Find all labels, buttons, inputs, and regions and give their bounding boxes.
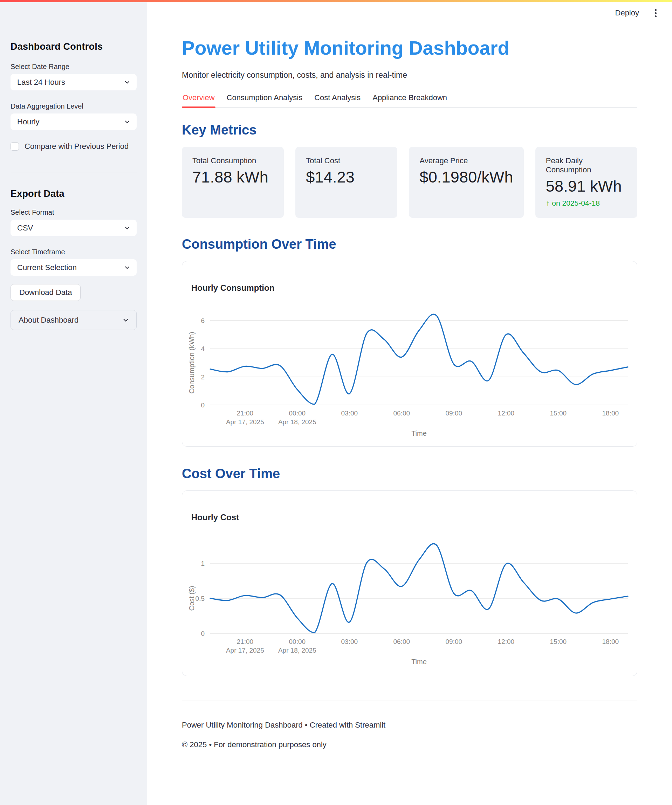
sidebar-title: Dashboard Controls: [10, 41, 136, 52]
tab-consumption-analysis[interactable]: Consumption Analysis: [226, 91, 303, 107]
cost-section-heading: Cost Over Time: [182, 466, 637, 481]
y-tick-label: 1: [201, 560, 205, 567]
metric-total-consumption: Total Consumption 71.88 kWh: [182, 147, 284, 218]
metric-label: Total Consumption: [192, 156, 273, 165]
consumption-chart-card[interactable]: Hourly Consumption024621:00Apr 17, 20250…: [182, 261, 637, 447]
metric-value: 71.88 kWh: [192, 168, 273, 186]
chevron-down-icon: [123, 79, 131, 86]
download-data-button[interactable]: Download Data: [10, 284, 81, 301]
kebab-menu-icon[interactable]: [651, 7, 660, 19]
tab-overview[interactable]: Overview: [182, 91, 215, 107]
metric-peak-daily-consumption: Peak Daily Consumption 58.91 kWh ↑ on 20…: [536, 147, 637, 218]
about-dashboard-label: About Dashboard: [18, 315, 79, 325]
format-label: Select Format: [10, 209, 136, 217]
x-tick-date-label: Apr 17, 2025: [226, 647, 264, 654]
app-header: Deploy: [615, 7, 660, 19]
y-tick-label: 2: [201, 373, 205, 381]
x-tick-label: 00:00: [289, 409, 306, 417]
export-title: Export Data: [10, 189, 136, 199]
format-select[interactable]: CSV: [10, 220, 136, 236]
format-value: CSV: [17, 223, 33, 233]
x-tick-label: 21:00: [237, 638, 254, 645]
y-axis-title: Cost ($): [188, 586, 196, 611]
metric-average-price: Average Price $0.1980/kWh: [409, 147, 523, 218]
cost-chart-card[interactable]: Hourly Cost00.5121:00Apr 17, 202500:00Ap…: [182, 490, 637, 676]
x-axis-title: Time: [411, 429, 427, 437]
x-tick-label: 12:00: [498, 409, 515, 417]
chevron-down-icon: [122, 316, 130, 324]
page-subtitle: Monitor electricity consumption, costs, …: [182, 71, 637, 80]
timeframe-select[interactable]: Current Selection: [10, 259, 136, 276]
arrow-up-icon: ↑: [546, 199, 550, 207]
aggregation-select[interactable]: Hourly: [10, 113, 136, 130]
sidebar: Dashboard Controls Select Date Range Las…: [0, 2, 147, 805]
x-tick-label: 15:00: [550, 638, 567, 645]
x-tick-label: 00:00: [289, 638, 306, 645]
cost-chart-svg: Hourly Cost00.5121:00Apr 17, 202500:00Ap…: [182, 491, 637, 676]
aggregation-value: Hourly: [17, 117, 39, 127]
y-tick-label: 6: [201, 317, 205, 324]
chart-title: Hourly Cost: [191, 513, 239, 522]
footer-divider: [182, 701, 637, 701]
compare-checkbox-label: Compare with Previous Period: [25, 142, 128, 151]
y-tick-label: 0: [201, 630, 205, 637]
x-tick-date-label: Apr 18, 2025: [278, 418, 316, 426]
x-tick-label: 06:00: [393, 638, 410, 645]
x-axis-title: Time: [411, 658, 427, 665]
date-range-label: Select Date Range: [10, 63, 136, 71]
date-range-value: Last 24 Hours: [17, 78, 65, 87]
metric-delta: ↑ on 2025-04-18: [546, 199, 627, 207]
metric-value: 58.91 kWh: [546, 177, 627, 196]
tab-bar: Overview Consumption Analysis Cost Analy…: [182, 91, 637, 108]
x-tick-label: 12:00: [498, 638, 515, 645]
compare-checkbox[interactable]: [10, 142, 19, 151]
page-title: Power Utility Monitoring Dashboard: [182, 37, 637, 59]
tab-appliance-breakdown[interactable]: Appliance Breakdown: [372, 91, 448, 107]
footer-copyright: © 2025 • For demonstration purposes only: [182, 740, 637, 791]
metric-label: Average Price: [419, 156, 513, 165]
deploy-button[interactable]: Deploy: [615, 8, 639, 18]
chevron-down-icon: [123, 118, 131, 126]
chevron-down-icon: [123, 264, 131, 271]
metrics-row: Total Consumption 71.88 kWh Total Cost $…: [182, 147, 637, 218]
timeframe-value: Current Selection: [17, 263, 77, 272]
x-tick-label: 06:00: [393, 409, 410, 417]
x-tick-label: 09:00: [446, 409, 462, 417]
x-tick-label: 21:00: [237, 409, 254, 417]
metric-total-cost: Total Cost $14.23: [295, 147, 397, 218]
metric-label: Peak Daily Consumption: [546, 156, 627, 174]
x-tick-label: 18:00: [602, 409, 619, 417]
key-metrics-heading: Key Metrics: [182, 123, 637, 138]
metric-label: Total Cost: [306, 156, 387, 165]
tab-cost-analysis[interactable]: Cost Analysis: [314, 91, 361, 107]
footer-credit: Power Utility Monitoring Dashboard • Cre…: [182, 721, 637, 730]
metric-value: $0.1980/kWh: [419, 168, 513, 186]
x-tick-label: 03:00: [341, 638, 358, 645]
timeframe-label: Select Timeframe: [10, 248, 136, 256]
x-tick-date-label: Apr 17, 2025: [226, 418, 264, 426]
consumption-chart-svg: Hourly Consumption024621:00Apr 17, 20250…: [182, 261, 637, 446]
x-tick-label: 15:00: [550, 409, 567, 417]
aggregation-label: Data Aggregation Level: [10, 102, 136, 110]
metric-value: $14.23: [306, 168, 387, 186]
x-tick-date-label: Apr 18, 2025: [278, 647, 316, 654]
y-tick-label: 0: [201, 401, 205, 409]
compare-checkbox-row: Compare with Previous Period: [10, 142, 136, 151]
main-content: Power Utility Monitoring Dashboard Monit…: [147, 2, 672, 791]
date-range-select[interactable]: Last 24 Hours: [10, 74, 136, 90]
about-dashboard-expander[interactable]: About Dashboard: [10, 310, 136, 330]
x-tick-label: 09:00: [446, 638, 462, 645]
chevron-down-icon: [123, 224, 131, 232]
y-tick-label: 4: [201, 345, 205, 353]
x-tick-label: 18:00: [602, 638, 619, 645]
y-tick-label: 0.5: [196, 595, 205, 602]
y-axis-title: Consumption (kWh): [188, 332, 196, 394]
x-tick-label: 03:00: [341, 409, 358, 417]
sidebar-divider: [10, 172, 136, 172]
chart-title: Hourly Consumption: [191, 283, 274, 292]
consumption-section-heading: Consumption Over Time: [182, 237, 637, 252]
metric-delta-text: on 2025-04-18: [552, 199, 600, 207]
